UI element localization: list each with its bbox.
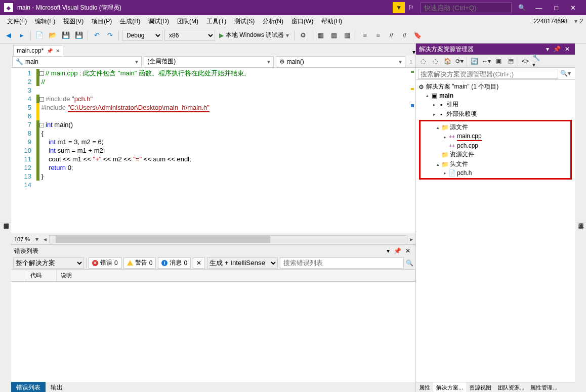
back-icon[interactable]: ◌ [418, 56, 428, 66]
scroll-left-icon[interactable]: ◂ [41, 236, 49, 243]
platform-dropdown[interactable]: x86 [164, 30, 215, 41]
source-files-folder[interactable]: ▴📁源文件 [421, 122, 570, 132]
file-main-cpp[interactable]: ▸++main.cpp [421, 132, 570, 142]
error-scope-dropdown[interactable]: 整个解决方案 [13, 257, 84, 269]
maximize-button[interactable]: □ [549, 3, 563, 13]
show-all-icon[interactable]: ▣ [493, 56, 504, 66]
menu-item[interactable]: 编辑(E) [31, 16, 59, 27]
references-node[interactable]: ▸▪引用 [417, 100, 574, 109]
close-button[interactable]: ✕ [565, 3, 581, 13]
search-icon[interactable]: 🔍 [406, 259, 413, 267]
menu-item[interactable]: 分析(N) [259, 16, 287, 27]
tool-icon-2[interactable]: ▦ [315, 29, 327, 41]
panel-pin-icon[interactable]: 📌 [551, 46, 563, 53]
panel-close-icon[interactable]: ✕ [403, 247, 412, 254]
menu-item[interactable]: 测试(S) [230, 16, 259, 27]
error-grid[interactable]: 代码 说明 [11, 270, 415, 382]
search-icon[interactable]: 🔍▾ [558, 69, 573, 78]
tab-resource-view[interactable]: 资源视图 [466, 382, 494, 392]
nav-scope-dropdown[interactable]: (全局范围)▾ [144, 56, 273, 67]
file-pch-h[interactable]: ▸📄pch.h [421, 169, 570, 177]
outdent-icon[interactable]: ≡ [372, 29, 384, 41]
properties-icon[interactable]: ▤ [506, 56, 516, 66]
tool-icon-3[interactable]: ▦ [328, 29, 340, 41]
col-code[interactable]: 代码 [26, 270, 57, 281]
wrench-icon[interactable]: 🔧▾ [532, 56, 542, 66]
file-pch-cpp[interactable]: ++pch.cpp [421, 142, 570, 150]
external-deps-node[interactable]: ▸▪外部依赖项 [417, 109, 574, 119]
chevron-down-icon[interactable]: ▾ [286, 32, 289, 39]
new-project-icon[interactable]: 📄 [33, 29, 46, 41]
signin-id[interactable]: 2248174698 [529, 16, 573, 26]
toolbox-tab[interactable]: 工具箱 [0, 216, 2, 223]
col-icon[interactable] [11, 270, 26, 281]
diagnostics-tab[interactable]: 诊断工具 [576, 216, 586, 223]
doc-tab-main[interactable]: main.cpp* 📌 ✕ [13, 45, 63, 56]
menu-item[interactable]: 工具(T) [202, 16, 230, 27]
view-code-icon[interactable]: <> [520, 56, 530, 66]
indent-icon[interactable]: ≡ [359, 29, 371, 41]
menu-item[interactable]: 视图(V) [59, 16, 88, 27]
open-icon[interactable]: 📂 [47, 29, 59, 41]
tool-icon-1[interactable]: ⚙ [297, 29, 309, 41]
comment-icon[interactable]: // [385, 29, 397, 41]
errors-filter-button[interactable]: ✕错误 0 [89, 257, 121, 269]
zoom-level[interactable]: 107 % [11, 236, 33, 242]
save-all-icon[interactable]: 💾 [73, 29, 85, 41]
project-node[interactable]: ▴▣main [417, 92, 574, 100]
nav-back-icon[interactable]: ◀ [3, 29, 15, 41]
collapse-icon[interactable]: ↔▾ [481, 56, 491, 66]
scroll-right-icon[interactable]: ▸ [407, 236, 415, 243]
solution-search-input[interactable] [418, 69, 558, 79]
refresh-icon[interactable]: ⟳▾ [454, 56, 465, 66]
tab-property-manager[interactable]: 属性管理... [527, 382, 560, 392]
minimize-button[interactable]: — [530, 3, 547, 13]
tab-output[interactable]: 输出 [46, 382, 68, 392]
redo-icon[interactable]: ↷ [104, 29, 116, 41]
tab-properties[interactable]: 属性 [416, 382, 433, 392]
header-files-folder[interactable]: ▴📁头文件 [421, 159, 570, 169]
menu-item[interactable]: 帮助(H) [317, 16, 346, 27]
zoom-dropdown-icon[interactable]: ▾ [33, 236, 41, 243]
panel-close-icon[interactable]: ✕ [563, 46, 572, 53]
bookmark-icon[interactable]: 🔖 [411, 29, 424, 41]
tab-team-explorer[interactable]: 团队资源... [494, 382, 527, 392]
panel-dropdown-icon[interactable]: ▾ [385, 247, 392, 254]
tab-error-list[interactable]: 错误列表 [11, 382, 46, 392]
panel-dropdown-icon[interactable]: ▾ [544, 46, 551, 53]
notification-flag-icon[interactable]: ▼ [393, 2, 405, 13]
solution-node[interactable]: ⚙解决方案 "main" (1 个项目) [417, 82, 574, 92]
pin-icon[interactable]: 📌 [47, 48, 53, 54]
menu-item[interactable]: 团队(M) [173, 16, 202, 27]
error-search-input[interactable] [280, 257, 404, 269]
messages-filter-button[interactable]: i消息 0 [158, 257, 191, 269]
save-icon[interactable]: 💾 [60, 29, 72, 41]
code-editor[interactable]: 1234567891011121314 -// main.cpp : 此文件包含… [11, 68, 415, 234]
server-explorer-tab[interactable]: 服务器资源管理器 [2, 216, 11, 223]
warnings-filter-button[interactable]: 警告 0 [123, 257, 156, 269]
nav-project-dropdown[interactable]: 🔧 main▾ [12, 56, 142, 67]
quick-launch-input[interactable] [421, 2, 512, 13]
menu-item[interactable]: 生成(B) [116, 16, 144, 27]
nav-member-dropdown[interactable]: ⚙ main()▾ [276, 56, 405, 67]
menu-item[interactable]: 调试(D) [144, 16, 173, 27]
build-scope-dropdown[interactable]: 生成 + IntelliSense [207, 257, 278, 269]
split-icon[interactable]: ↕ [406, 58, 415, 65]
undo-icon[interactable]: ↶ [91, 29, 103, 41]
uncomment-icon[interactable]: // [398, 29, 410, 41]
search-icon[interactable]: 🔍 [515, 2, 529, 13]
panel-pin-icon[interactable]: 📌 [392, 247, 403, 254]
tool-icon-4[interactable]: ▦ [341, 29, 353, 41]
sync-icon[interactable]: 🔄 [469, 56, 479, 66]
horizontal-scrollbar[interactable] [49, 235, 407, 243]
col-description[interactable]: 说明 [57, 270, 415, 281]
start-debugging-button[interactable]: ▶ 本地 Windows 调试器 ▾ [216, 30, 292, 40]
fwd-icon[interactable]: ◌ [430, 56, 440, 66]
menu-item[interactable]: 窗口(W) [287, 16, 317, 27]
menu-item[interactable]: 项目(P) [88, 16, 116, 27]
signin-dropdown-icon[interactable]: ▾ [572, 18, 579, 25]
tab-solution-explorer[interactable]: 解决方案... [433, 382, 466, 392]
home-icon[interactable]: 🏠 [442, 56, 452, 66]
nav-forward-icon[interactable]: ▸ [16, 29, 28, 41]
feedback-icon[interactable]: ⚐ [405, 2, 417, 13]
